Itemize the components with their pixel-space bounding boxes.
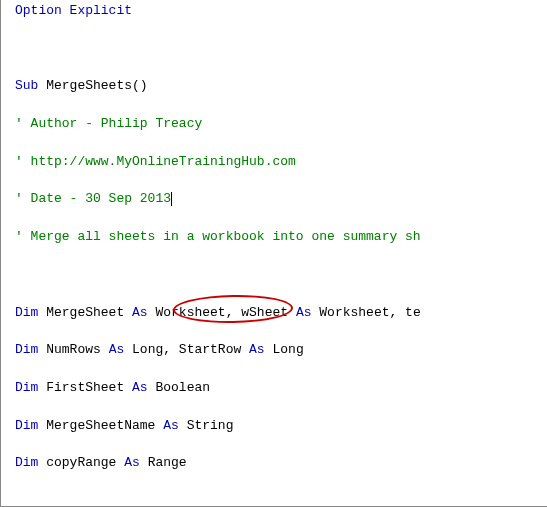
- keyword-as: As: [132, 305, 148, 320]
- ident: MergeSheet: [38, 305, 132, 320]
- keyword-option: Option: [15, 3, 62, 18]
- keyword-as: As: [124, 455, 140, 470]
- comment-date: ' Date - 30 Sep 2013: [15, 191, 171, 206]
- ident: copyRange: [38, 455, 124, 470]
- ident: Long, StartRow: [124, 342, 249, 357]
- keyword-as: As: [132, 380, 148, 395]
- keyword-as: As: [296, 305, 312, 320]
- sub-name: MergeSheets(): [38, 78, 147, 93]
- ident: FirstSheet: [38, 380, 132, 395]
- keyword-as: As: [163, 418, 179, 433]
- comment-author: ' Author - Philip Treacy: [15, 116, 202, 131]
- keyword-dim: Dim: [15, 342, 38, 357]
- keyword-dim: Dim: [15, 380, 38, 395]
- keyword-dim: Dim: [15, 455, 38, 470]
- ident: Boolean: [148, 380, 210, 395]
- keyword-sub: Sub: [15, 78, 38, 93]
- keyword-as: As: [249, 342, 265, 357]
- ident: Range: [140, 455, 187, 470]
- comment-desc: ' Merge all sheets in a workbook into on…: [15, 229, 421, 244]
- ident: MergeSheetName: [38, 418, 163, 433]
- code-editor[interactable]: Option Explicit Sub MergeSheets() ' Auth…: [15, 2, 547, 507]
- keyword-explicit: Explicit: [62, 3, 132, 18]
- ident: Worksheet, te: [311, 305, 420, 320]
- comment-url: ' http://www.MyOnlineTrainingHub.com: [15, 154, 296, 169]
- keyword-as: As: [109, 342, 125, 357]
- ident: NumRows: [38, 342, 108, 357]
- text-cursor: [171, 192, 172, 206]
- ident: Worksheet, wSheet: [148, 305, 296, 320]
- ident: String: [179, 418, 234, 433]
- ident: Long: [265, 342, 304, 357]
- keyword-dim: Dim: [15, 418, 38, 433]
- keyword-dim: Dim: [15, 305, 38, 320]
